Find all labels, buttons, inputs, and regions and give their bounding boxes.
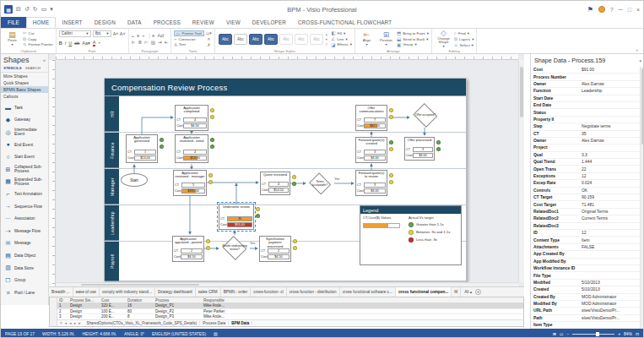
page-tab[interactable]: cross-function- cl [251, 287, 286, 297]
align-right-icon[interactable]: ⊨ [144, 40, 149, 45]
sheet-nav-arrows[interactable]: ◂ ◂ ▸ ▸ [65, 321, 82, 325]
page-tab[interactable]: cross functional compen... [396, 287, 452, 297]
stencil-shape-item[interactable]: ⇢ Message Flow [1, 225, 48, 237]
position-button[interactable]: ⊞Position▾ [377, 30, 395, 48]
field-value[interactable]: MOD Administrator [582, 302, 640, 306]
align-button[interactable]: ⇤Align▾ [358, 30, 376, 48]
stencil-shape-item[interactable]: ✉ Message [1, 237, 48, 250]
touch-mode-icon[interactable]: ▭ [41, 6, 47, 13]
drawing-canvas[interactable]: Compensation Review Process HR Finance M… [49, 54, 524, 286]
status-item[interactable]: WIDTH: 5.126 IN. [42, 332, 75, 336]
field-value[interactable]: Current Terms [582, 216, 640, 221]
sheet-tab[interactable]: Process Data [200, 321, 229, 325]
style-thumb[interactable]: Abc [279, 34, 293, 45]
style-thumb[interactable]: Abc [249, 34, 262, 45]
gallery-more-icon[interactable]: ≡ [326, 42, 327, 46]
text-direction-icon[interactable]: A⇄ [157, 33, 164, 39]
stencil-shape-item[interactable]: ▤ Data Object [1, 249, 48, 262]
stencil-shape-item[interactable]: ▥ Data Store [1, 262, 48, 275]
field-value[interactable]: sites/VisioDemo/Pr... [582, 308, 640, 313]
flow-node-synchronize-payment[interactable]: Synchronize payment processed CT2 Cost$4… [259, 236, 291, 262]
help-button[interactable]: ? [610, 7, 614, 13]
page-tab[interactable]: Breadth ... [49, 287, 73, 297]
field-value[interactable]: 22 [582, 167, 640, 172]
style-thumb[interactable]: Abc [264, 34, 278, 45]
close-button[interactable]: × [636, 7, 640, 13]
zoom-slider[interactable] [572, 334, 614, 335]
field-value[interactable]: 90.159 [582, 195, 640, 199]
ribbon-tab[interactable]: VIEW [220, 17, 246, 28]
pointer-tool-button[interactable]: ▻Pointer Tool [174, 30, 203, 36]
panel-collapse-icon[interactable]: ▴ [639, 57, 641, 63]
group-button[interactable]: ▣Group▾ [397, 41, 429, 47]
maximize-button[interactable]: □ [628, 7, 631, 13]
status-item[interactable]: HEIGHT: 4.666 IN. [83, 332, 117, 336]
diagram-title-banner[interactable]: Compensation Review Process [105, 79, 466, 95]
stencil-shape-item[interactable]: ▦ Expanded Sub-Process [1, 176, 48, 188]
zoom-level[interactable]: 84% [624, 332, 632, 336]
paste-button[interactable]: ▤Paste▾ [3, 30, 21, 48]
stencil-shape-item[interactable]: ● End Event [1, 139, 48, 151]
stencil-shape-item[interactable]: ⋯ Association [1, 212, 48, 225]
page-tab[interactable]: M [452, 287, 461, 297]
field-value[interactable]: Item [582, 238, 640, 243]
ribbon-tab[interactable]: CROSS-FUNCTIONAL FLOWCHART [292, 17, 398, 28]
field-value[interactable]: Original Terms [582, 210, 640, 214]
line-button[interactable]: ∠Line▾ [331, 36, 352, 42]
change-shape-button[interactable]: ◇Change Shape▾ [435, 30, 452, 48]
ribbon-tab[interactable]: PROCESS [148, 17, 187, 28]
field-value[interactable]: FALSE [582, 245, 640, 249]
flow-node-application-approved-posted[interactable]: Application approved - posted CT2 Cost$4… [172, 236, 204, 262]
zoom-in-button[interactable]: + [618, 332, 620, 336]
undo-icon[interactable]: ↺ [24, 6, 30, 13]
case-button[interactable]: Aa▾ [82, 41, 90, 46]
close-external-data-icon[interactable]: × [60, 321, 62, 325]
status-item[interactable]: ANGLE: 0° [124, 332, 144, 336]
field-value[interactable]: MOD Administrator [582, 295, 640, 299]
page-tab[interactable]: comply with industry stand... [100, 287, 155, 297]
stencil-shape-item[interactable]: ○ Start Event [1, 150, 48, 163]
outdent-icon[interactable]: ⇤ [165, 40, 169, 45]
align-bottom-icon[interactable]: ⫟ [142, 33, 144, 39]
shapes-panel-tab[interactable]: SEARCH [25, 66, 41, 70]
style-thumb[interactable]: Abc [310, 34, 323, 45]
canvas-area[interactable]: Compensation Review Process HR Finance M… [56, 60, 518, 282]
bullets-icon[interactable]: ⋮≡ [148, 33, 155, 39]
tab-file[interactable]: FILE [1, 17, 26, 28]
indent-icon[interactable]: ⇥ [158, 40, 162, 45]
page-tab[interactable]: cross functional software c... [340, 287, 396, 297]
strikethrough-button[interactable]: ab [74, 41, 79, 46]
flow-node-forward-quotes-created[interactable]: Forward quote(s) created CT3 Cost$4.00 [355, 137, 387, 163]
external-data-vertical-tab[interactable]: External Data [50, 297, 57, 326]
align-top-icon[interactable]: ⫠ [132, 33, 134, 39]
sheet-tab[interactable]: BPM Data [229, 321, 252, 325]
stencil-link[interactable]: Callouts [1, 93, 48, 100]
page-tab[interactable]: Strategy dashboard [155, 287, 196, 297]
font-size-combo[interactable]: 8pt.▾ [93, 30, 111, 37]
stencil-link[interactable]: BPMN Basic Shapes [1, 86, 48, 93]
ribbon-tab[interactable]: HOME [26, 17, 57, 28]
status-item[interactable]: ENGLISH (UNITED STATES) [152, 332, 206, 336]
field-value[interactable]: Leadership [582, 89, 640, 93]
format-painter-button[interactable]: ✎Format Painter [23, 42, 53, 48]
bring-to-front-button[interactable]: ⬒Bring to Front▾ [397, 30, 429, 36]
collapse-panel-icon[interactable]: « [43, 57, 46, 63]
field-value[interactable]: sites/VisioDemo/Pr... [582, 316, 640, 320]
page-tab[interactable]: sales CRM [196, 287, 221, 297]
stencil-shape-item[interactable]: ⊞ Collapsed Sub-Process [1, 163, 48, 176]
flow-node-underwrite-review-selected[interactable]: Underwrite review CT35 Cost$91.00 [219, 204, 254, 230]
field-value[interactable]: 3.3 [582, 153, 640, 157]
add-page-button[interactable]: + [475, 289, 481, 295]
sheet-tab[interactable]: SharedOptions(CTOs_Visio_XL_Framework_Co… [84, 321, 200, 325]
flow-node-offer-processed[interactable]: Offer processed CT3 Cost$4.00 [404, 137, 435, 161]
style-thumb[interactable]: Abc [219, 34, 232, 45]
find-button[interactable]: ⌕Find▾ [454, 30, 474, 36]
ribbon-tab[interactable]: DEVELOPER [246, 17, 292, 28]
flow-node-application-generated[interactable]: Application generated CT1 Cost$24.00 [126, 134, 158, 163]
font-family-combo[interactable]: Calibri▾ [59, 30, 91, 37]
ribbon-tab[interactable]: DATA [122, 17, 148, 28]
page-tab[interactable]: cross-function - distribution [287, 287, 340, 297]
fill-button[interactable]: ◧Fill▾ [331, 30, 352, 36]
ribbon-collapse-icon[interactable]: ˄ [636, 48, 638, 53]
flow-decision-offer-accepted[interactable]: Offer accepted? [411, 103, 440, 128]
